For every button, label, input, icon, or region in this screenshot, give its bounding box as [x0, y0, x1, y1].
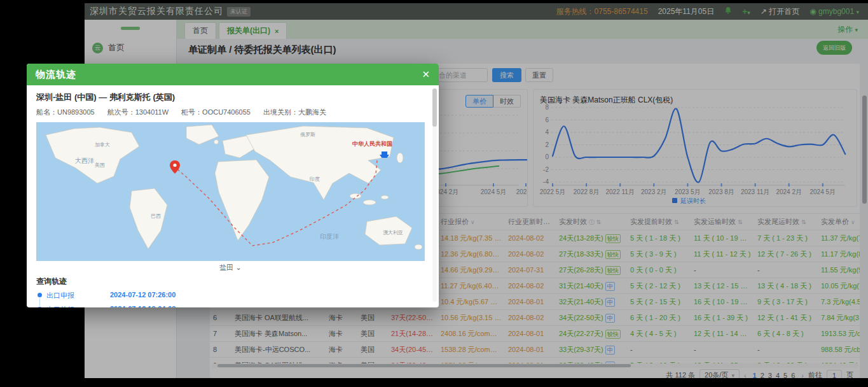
- country-label: 俄罗斯: [300, 132, 315, 137]
- modal-scrollbar[interactable]: [432, 88, 437, 302]
- timeline-dot: [38, 293, 42, 297]
- track-section-title: 查询轨迹: [36, 276, 425, 287]
- country-label: 巴西: [151, 213, 161, 219]
- ocean-label: 印度洋: [320, 233, 339, 240]
- shipment-route: 深圳-盐田 (中国) — 弗利克斯托 (英国): [36, 92, 425, 103]
- country-label: 加拿大: [95, 142, 110, 148]
- timeline-dot: [38, 307, 42, 307]
- port-dropdown[interactable]: 盐田 ⌄: [36, 263, 425, 272]
- logistics-track-modal: 物流轨迹 ✕ 深圳-盐田 (中国) — 弗利克斯托 (英国) 船名：UN9893…: [27, 64, 439, 307]
- timeline-event: 出口放行2024-07-12 18:04:08: [36, 305, 425, 307]
- info-field: 航次号：1304011W: [107, 108, 169, 117]
- world-map[interactable]: 大西洋印度洋 加拿大美国巴西俄罗斯印度澳大利亚 中华人民共和国: [36, 122, 425, 261]
- info-field: 柜号：OOCU7406055: [181, 108, 251, 117]
- timeline-event: 出口申报2024-07-12 07:26:00: [36, 291, 425, 305]
- country-label: 美国: [95, 162, 105, 168]
- china-label: 中华人民共和国: [352, 141, 392, 147]
- modal-header: 物流轨迹 ✕: [27, 64, 439, 85]
- ocean-label: 大西洋: [75, 157, 94, 164]
- shipment-info: 船名：UN9893005航次号：1304011W柜号：OOCU7406055出境…: [36, 108, 425, 117]
- modal-title: 物流轨迹: [36, 69, 76, 81]
- tracking-timeline: 出口申报2024-07-12 07:26:00出口放行2024-07-12 18…: [36, 291, 425, 307]
- modal-close-icon[interactable]: ✕: [422, 69, 430, 80]
- country-label: 澳大利亚: [383, 230, 403, 236]
- modal-body: 深圳-盐田 (中国) — 弗利克斯托 (英国) 船名：UN9893005航次号：…: [27, 85, 439, 307]
- country-label: 印度: [310, 176, 320, 182]
- info-field: 出境关别：大鹏海关: [263, 108, 326, 117]
- info-field: 船名：UN9893005: [36, 108, 95, 117]
- screenshot-stage: 深圳市关贸云报关有限责任公司 未认证 服务热线：0755-86574415 20…: [0, 0, 868, 387]
